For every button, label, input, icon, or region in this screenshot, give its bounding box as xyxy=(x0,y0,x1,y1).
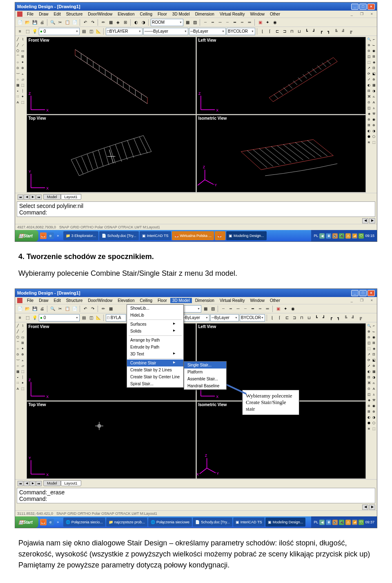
start-button[interactable]: 🪟 Start xyxy=(15,230,38,241)
layout-tabs: ⏮◀▶⏭ Model Layout1 xyxy=(15,193,377,201)
close-button[interactable]: × xyxy=(368,4,375,10)
menu-solids[interactable]: Solids▶ xyxy=(127,328,183,335)
left-toolbar: ╱⌇ ╱⟋ ⬠▭ ⌒⊞ ○✦ ⊙⊕ 〰⟁ ○▱ ▦⬚ •┊ ∷✦ A⬚ xyxy=(15,36,26,106)
undo-icon[interactable]: ↶ xyxy=(82,19,89,26)
menu-assemble-stair[interactable]: Assemble Stair... xyxy=(184,375,226,382)
layout-tabs: ⏮◀▶⏭ ModelLayout1 xyxy=(15,479,377,487)
task-intericad[interactable]: ▣ InteriCAD TS xyxy=(140,231,171,240)
menu-stair-2lines[interactable]: Create Stair by 2 Lines xyxy=(127,366,183,373)
cad-screenshot-1: Modeling Design - [Drawing1] _ □ × File … xyxy=(15,2,377,242)
command-window[interactable]: Command:_erase Command: xyxy=(17,488,375,503)
svg-line-64 xyxy=(197,179,205,185)
app-icon xyxy=(17,11,22,17)
menu-hidelib[interactable]: HideLib xyxy=(127,312,183,319)
line-tool[interactable]: ╱ xyxy=(16,37,20,42)
svg-line-34 xyxy=(81,156,88,171)
iso-viewport[interactable]: Isometric View ZYX xyxy=(196,115,366,192)
menu-vr[interactable]: Virtual Reality xyxy=(218,11,247,17)
svg-line-0 xyxy=(75,49,147,98)
menu-floor[interactable]: Floor xyxy=(156,11,169,17)
svg-line-18 xyxy=(278,91,283,95)
menu-elevation[interactable]: Elevation xyxy=(116,11,136,17)
open-icon[interactable]: 📂 xyxy=(24,19,31,26)
svg-text:X: X xyxy=(46,472,49,476)
svg-text:Y: Y xyxy=(216,471,219,475)
model-tab[interactable]: Model xyxy=(43,194,61,200)
menu-3dmodel[interactable]: 3D Model xyxy=(170,11,192,17)
svg-text:Z: Z xyxy=(28,378,31,382)
maximize-button[interactable]: □ xyxy=(359,4,367,10)
task-word[interactable]: 📄 Schody.doc [Try... xyxy=(99,231,139,240)
menu-single-stair[interactable]: Single Stair... xyxy=(184,362,226,369)
top-viewport[interactable]: Top View YX xyxy=(27,115,196,192)
svg-line-36 xyxy=(93,152,98,168)
bylayer-select[interactable]: □ BYLAYER▼ xyxy=(106,28,143,35)
menu-surfaces[interactable]: Surfaces▶ xyxy=(127,321,183,328)
left-toolbar: ╱⌇╱⟋⬠▭⌒⊞○✦⊙⊕〰⟁○▱▦⬚•┊∷✦A⬚ xyxy=(15,322,26,392)
svg-text:Y: Y xyxy=(28,170,31,174)
instruction-callout: Wybieramy polecenie Create Stair/Single … xyxy=(242,390,299,415)
svg-line-42 xyxy=(127,140,134,157)
redo-icon[interactable]: ↷ xyxy=(89,19,96,26)
task-explorer[interactable]: 📁 3 Eksplorator... xyxy=(63,231,98,240)
zoom-icon[interactable]: 🔍 xyxy=(49,19,56,26)
menu-arrange[interactable]: Arrange by Path xyxy=(127,337,183,344)
print-icon[interactable]: 🖨 xyxy=(39,19,45,26)
cut-icon[interactable]: ✂ xyxy=(57,19,63,26)
menu-edit[interactable]: Edit xyxy=(51,11,62,17)
menu-extrude[interactable]: Extrude by Path xyxy=(127,344,183,351)
toolbar-row-2: ≡⬚💡 ● 0▼ ▤◫📐 □ BYLAYER▼ ─── ByLayer▼ ─ B… xyxy=(15,27,377,36)
menu-3dtext[interactable]: 3D Text▶ xyxy=(127,351,183,357)
svg-text:Z: Z xyxy=(198,92,200,96)
layer-select[interactable]: ● 0▼ xyxy=(39,28,80,35)
minimize-button[interactable]: _ xyxy=(351,290,359,296)
copy-icon[interactable]: 📋 xyxy=(64,19,71,26)
menu-ceiling[interactable]: Ceiling xyxy=(138,11,154,17)
menu-3dmodel-active[interactable]: 3D Model xyxy=(170,298,192,303)
linetype-select[interactable]: ─── ByLayer▼ xyxy=(143,28,188,35)
menu-file[interactable]: File xyxy=(25,11,36,17)
new-icon[interactable]: 📄 xyxy=(17,19,23,26)
front-viewport[interactable]: Front View ZX xyxy=(27,37,196,114)
save-icon[interactable]: 💾 xyxy=(31,19,38,26)
task-firefox[interactable]: 🦊 Wirtualna Polska ... xyxy=(172,231,214,240)
menu-handrail[interactable]: Handrail Baseline xyxy=(184,382,226,389)
top-view-label: Top View xyxy=(29,116,46,121)
iso-view-label: Isometric View xyxy=(198,116,227,121)
menu-platform[interactable]: Platform xyxy=(184,369,226,375)
command-window[interactable]: Select second polyline:nil Command: xyxy=(17,201,375,217)
mode-toggles[interactable]: SNAP GRID ORTHO Polar OSNAP OTRACK LWT M… xyxy=(59,225,160,229)
menu-combine-stair[interactable]: Combine Stair▶ xyxy=(127,360,183,366)
menu-spiral-stair[interactable]: Spiral Stair... xyxy=(127,380,183,387)
svg-line-44 xyxy=(139,136,147,153)
menu-window[interactable]: Window xyxy=(248,11,267,17)
paste-icon[interactable]: 📄 xyxy=(71,19,78,26)
menu-door[interactable]: Door/Window xyxy=(86,11,114,17)
lineweight-select[interactable]: ─ ByLayer▼ xyxy=(189,28,226,35)
maximize-button[interactable]: □ xyxy=(359,290,367,296)
left-viewport[interactable]: Left View ZX xyxy=(196,37,366,114)
menu-dimension[interactable]: Dimension xyxy=(193,11,216,17)
menu-showlib[interactable]: ShowLib... xyxy=(127,305,183,312)
color-select[interactable]: BYCOLOR▼ xyxy=(227,28,255,35)
menu-structure[interactable]: Structure xyxy=(64,11,85,17)
right-toolbar: 🔍⌐ ⊕⌙ ⊖◉ ◫⊞ ⬚◈ ↗⊡ ⟳⬕ ⤢⊕ ◐▦ ⊟◑ ⌘⎌ ⊙A ◫⍋ ◈… xyxy=(366,36,377,146)
mdi-controls: _❐× xyxy=(349,11,375,17)
menu-draw[interactable]: Draw xyxy=(37,11,50,17)
svg-line-37 xyxy=(98,150,103,166)
task-modeling[interactable]: ▣ Modeling Design... xyxy=(226,231,267,240)
start-button[interactable]: 🪟 Start xyxy=(15,516,38,528)
status-bar: 3111.8532,-540.421,0 SNAP GRID ORTHO Pol… xyxy=(15,510,377,516)
room-select[interactable]: ROOM▼ xyxy=(151,19,183,26)
minimize-button[interactable]: _ xyxy=(351,4,359,10)
svg-line-63 xyxy=(205,179,214,184)
layout-tab[interactable]: Layout1 xyxy=(61,194,81,200)
command-prompt: Command: xyxy=(19,209,373,216)
svg-line-41 xyxy=(122,142,127,159)
menu-stair-center[interactable]: Create Stair by Center Line xyxy=(127,373,183,380)
menu-other[interactable]: Other xyxy=(268,11,282,17)
close-button[interactable]: × xyxy=(368,290,375,296)
clock: 09:15 xyxy=(365,234,374,238)
top-viewport[interactable]: Top View YX xyxy=(27,401,196,479)
title-bar: Modeling Design - [Drawing1] _ □ × xyxy=(15,2,377,11)
